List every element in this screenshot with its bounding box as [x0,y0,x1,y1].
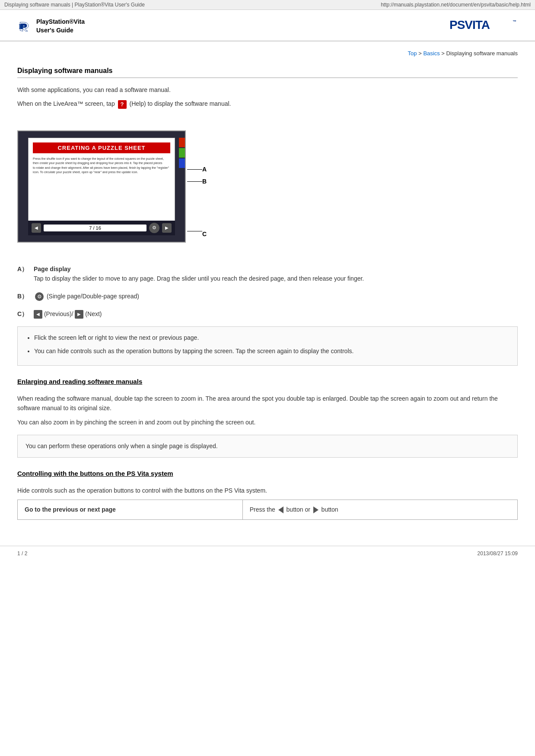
line-a [187,169,202,170]
control-table: Go to the previous or next page Press th… [17,500,518,520]
desc-a-label: A） [17,264,30,284]
footer-page-num: 1 / 2 [17,550,27,557]
site-title-line1: PlayStation®Vita [36,18,85,26]
info-item-2: You can hide controls such as the operat… [34,346,510,356]
site-title: PlayStation®Vita User's Guide [36,18,85,35]
next-icon: ▶ [75,310,83,319]
line-c [187,231,202,231]
browser-title: Displaying software manuals | PlayStatio… [4,2,145,8]
intro-para2-prefix: When on the LiveArea™ screen, tap [17,100,117,107]
info-item-1: Flick the screen left or right to view t… [34,333,510,342]
table-cell-action: Go to the previous or next page [18,500,243,519]
desc-a-text: Tap to display the slider to move to any… [34,275,364,282]
svg-text:™: ™ [513,19,516,24]
breadcrumb-current: Displaying software manuals [446,50,518,57]
svg-text:P: P [19,22,23,31]
desc-a-content: Page display Tap to display the slider t… [34,264,364,284]
table-cell-mid: button or [287,506,312,513]
section2-title: Enlarging and reading software manuals [17,378,518,388]
browser-url: http://manuals.playstation.net/document/… [381,2,531,8]
breadcrumb: Top > Basics > Displaying software manua… [17,50,518,57]
manual-settings-btn: ⚙ [149,223,159,233]
footer: 1 / 2 2013/08/27 15:09 [0,546,535,561]
svg-text:PSVITA: PSVITA [449,18,490,32]
desc-item-c: C） ◀ (Previous)/ ▶ (Next) [17,309,518,319]
help-icon: ? [118,100,127,109]
desc-b-text: (Single page/Double-page spread) [47,293,139,300]
breadcrumb-sep2: > [441,50,446,57]
manual-screenshot: CREATING A PUZZLE SHEET Press the shuffl… [17,130,186,243]
desc-c-content: ◀ (Previous)/ ▶ (Next) [34,309,102,319]
page-counter: 7 / 16 [44,225,146,231]
playstation-logo: P [17,19,31,33]
desc-c-text-prev: (Previous)/ [44,310,73,317]
label-c: C [202,231,207,237]
breadcrumb-sep1: > [418,50,423,57]
header-left: P PlayStation®Vita User's Guide [17,18,85,35]
table-cell-control: Press the button or button [242,500,517,519]
label-a: A [202,166,207,173]
single-double-spread-icon: ⚙ [35,292,44,301]
manual-header-text: CREATING A PUZZLE SHEET [33,142,170,153]
section3-title: Controlling with the buttons on the PS V… [17,470,518,480]
label-b: B [202,178,207,185]
color-bar-blue [179,158,185,168]
psvita-logo-svg: PSVITA ™ [449,16,518,33]
section3-para: Hide controls such as the operation butt… [17,486,518,495]
desc-c-text-next: (Next) [85,310,102,317]
note-box: You can perform these operations only wh… [17,435,518,457]
note-text: You can perform these operations only wh… [25,443,218,449]
intro-para2-suffix: (Help) to display the software manual. [128,100,231,107]
footer-date: 2013/08/27 15:09 [478,550,518,557]
main-content: Top > Basics > Displaying software manua… [0,41,535,537]
table-next-icon [313,506,318,513]
color-bar-red [179,138,185,147]
intro-para1: With some applications, you can read a s… [17,85,518,95]
desc-b-content: ⚙ (Single page/Double-page spread) [34,291,139,301]
section2-para1: When reading the software manual, double… [17,394,518,413]
line-b [187,181,202,182]
manual-nav-bar: ◀ 7 / 16 ⚙ ▶ [28,221,175,235]
desc-item-b: B） ⚙ (Single page/Double-page spread) [17,291,518,301]
intro-para2: When on the LiveArea™ screen, tap ? (Hel… [17,99,518,108]
page-main-title: Displaying software manuals [17,67,518,78]
breadcrumb-basics[interactable]: Basics [423,50,439,57]
desc-c-label: C） [17,309,30,319]
info-box: Flick the screen left or right to view t… [17,326,518,366]
manual-next-btn: ▶ [162,223,172,233]
info-list: Flick the screen left or right to view t… [25,333,510,356]
desc-item-a: A） Page display Tap to display the slide… [17,264,518,284]
color-bar-green [179,148,185,158]
table-cell-suffix: button [322,506,338,513]
desc-a-title: Page display [34,266,71,272]
section2-para2: You can also zoom in by pinching the scr… [17,418,518,427]
psvita-brand-logo: PSVITA ™ [449,16,518,36]
desc-b-label: B） [17,291,30,301]
table-cell-prefix: Press the [250,506,277,513]
browser-bar: Displaying software manuals | PlayStatio… [0,0,535,10]
color-bars [179,138,185,168]
site-title-line2: User's Guide [36,26,85,35]
table-row: Go to the previous or next page Press th… [18,500,518,519]
table-prev-icon [278,506,283,513]
breadcrumb-top[interactable]: Top [408,50,417,57]
manual-inner-page: CREATING A PUZZLE SHEET Press the shuffl… [28,138,175,224]
site-header: P PlayStation®Vita User's Guide PSVITA ™ [0,10,535,41]
manual-body-text: Press the shuffle icon if you want to ch… [33,157,170,175]
svg-text:⚙: ⚙ [37,294,42,300]
prev-icon: ◀ [34,310,42,319]
manual-prev-btn: ◀ [32,223,41,233]
